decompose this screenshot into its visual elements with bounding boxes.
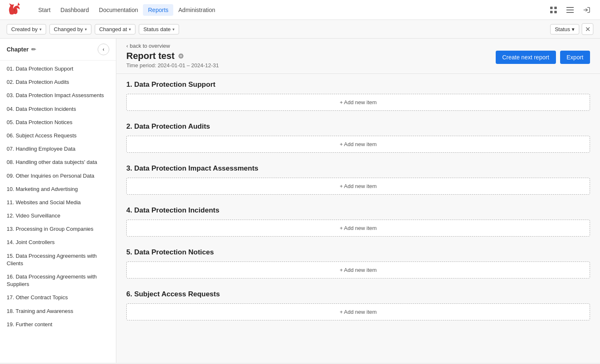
sidebar-collapse-button[interactable]: ‹ [98,44,109,55]
add-new-item-button[interactable]: + Add new item [126,178,590,195]
nav-item-administration[interactable]: Administration [173,4,220,16]
chapter-item[interactable]: 19. Further content [0,318,116,331]
chapter-item[interactable]: 06. Subject Access Requests [0,129,116,142]
chapter-item[interactable]: 04. Data Protection Incidents [0,103,116,116]
svg-rect-4 [566,7,574,8]
nav-right [547,3,593,17]
changed-at-filter[interactable]: Changed at ▾ [95,24,135,34]
chapter-item[interactable]: 09. Other Inquiries on Personal Data [0,169,116,183]
svg-rect-6 [566,12,574,13]
svg-rect-5 [566,10,574,10]
chapter-item[interactable]: 05. Data Protection Notices [0,116,116,129]
chapter-item[interactable]: 03. Data Protection Impact Assessments [0,89,116,102]
chevron-icon: ▾ [172,27,175,32]
back-link[interactable]: ‹ back to overview [116,39,600,49]
content-area: ‹ back to overview Report test ⚙ Time pe… [116,39,600,363]
chapter-item[interactable]: 14. Joint Controllers [0,236,116,249]
chapter-item[interactable]: 10. Marketing and Advertising [0,183,116,196]
changed-by-filter[interactable]: Changed by ▾ [49,24,91,34]
chapter-item[interactable]: 16. Data Processing Agreements with Supp… [0,270,116,291]
section-title: 5. Data Protection Notices [126,248,590,257]
create-next-report-button[interactable]: Create next report [496,51,556,64]
nav-items: StartDashboardDocumentationReportsAdmini… [33,7,220,13]
menu-icon[interactable] [563,3,577,17]
nav-item-dashboard[interactable]: Dashboard [56,4,94,16]
chapter-item[interactable]: 02. Data Protection Audits [0,76,116,89]
chapter-list: 01. Data Protection Support02. Data Prot… [0,61,116,333]
chapter-item[interactable]: 12. Video Surveillance [0,209,116,222]
section-block: 3. Data Protection Impact Assessments+ A… [126,164,590,195]
add-new-item-button[interactable]: + Add new item [126,261,590,278]
status-filter[interactable]: Status ▾ [550,24,579,34]
grid-icon[interactable] [547,3,560,17]
chapter-item[interactable]: 08. Handling other data subjects' data [0,156,116,169]
section-block: 6. Subject Access Requests+ Add new item [126,290,590,320]
section-title: 1. Data Protection Support [126,81,590,89]
svg-rect-3 [554,11,557,13]
section-block: 4. Data Protection Incidents+ Add new it… [126,206,590,237]
chapter-item[interactable]: 17. Other Contract Topics [0,291,116,304]
created-by-filter[interactable]: Created by ▾ [7,24,46,34]
chevron-icon: ▾ [572,26,575,32]
add-new-item-button[interactable]: + Add new item [126,220,590,237]
main-layout: Chapter ✏ ‹ 01. Data Protection Support0… [0,39,600,363]
sidebar: Chapter ✏ ‹ 01. Data Protection Support0… [0,39,116,363]
report-title-text: Report test [126,51,175,61]
filter-right: Status ▾ ✕ [550,23,593,35]
logout-icon[interactable] [580,3,593,17]
svg-rect-1 [554,7,557,9]
sidebar-title: Chapter [7,46,29,53]
section-block: 2. Data Protection Audits+ Add new item [126,122,590,153]
edit-icon[interactable]: ✏ [31,46,36,53]
svg-rect-2 [550,11,553,13]
add-new-item-button[interactable]: + Add new item [126,136,590,153]
nav-item-documentation[interactable]: Documentation [94,4,143,16]
section-title: 2. Data Protection Audits [126,122,590,131]
chapter-item[interactable]: 15. Data Processing Agreements with Clie… [0,249,116,270]
chapter-item[interactable]: 13. Processing in Group Companies [0,222,116,236]
sections-container: 1. Data Protection Support+ Add new item… [116,74,600,339]
nav-item-reports[interactable]: Reports [143,4,173,16]
chapter-item[interactable]: 18. Training and Awareness [0,305,116,318]
chevron-icon: ▾ [39,27,42,32]
add-new-item-button[interactable]: + Add new item [126,94,590,111]
section-title: 4. Data Protection Incidents [126,206,590,215]
section-title: 6. Subject Access Requests [126,290,590,298]
chapter-item[interactable]: 07. Handling Employee Data [0,142,116,156]
top-nav: StartDashboardDocumentationReportsAdmini… [0,0,600,20]
nav-item-start[interactable]: Start [33,4,56,16]
chevron-icon: ▾ [85,27,87,32]
chevron-icon: ▾ [129,27,131,32]
filter-bar: Created by ▾ Changed by ▾ Changed at ▾ S… [0,20,600,39]
export-button[interactable]: Export [560,51,590,64]
svg-rect-0 [550,7,553,9]
report-time-period: Time period: 2024-01-01 – 2024-12-31 [126,62,219,68]
close-filter-button[interactable]: ✕ [582,23,593,35]
header-actions: Create next report Export [496,51,590,64]
status-date-filter[interactable]: Status date ▾ [139,24,179,34]
section-title: 3. Data Protection Impact Assessments [126,164,590,173]
sidebar-header: Chapter ✏ ‹ [0,39,116,61]
chapter-item[interactable]: 11. Websites and Social Media [0,196,116,209]
report-header: Report test ⚙ Time period: 2024-01-01 – … [116,49,600,74]
add-new-item-button[interactable]: + Add new item [126,303,590,320]
back-link-label: back to overview [130,43,170,49]
section-block: 1. Data Protection Support+ Add new item [126,81,590,111]
logo [7,2,25,17]
back-chevron-icon: ‹ [126,43,128,49]
section-block: 5. Data Protection Notices+ Add new item [126,248,590,278]
chapter-item[interactable]: 01. Data Protection Support [0,62,116,76]
gear-icon[interactable]: ⚙ [178,52,184,60]
